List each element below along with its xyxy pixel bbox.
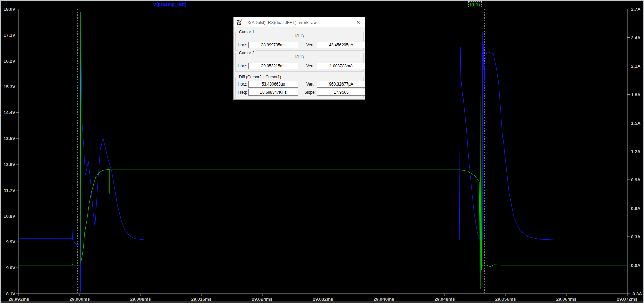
diff-group: Diff (Cursor2 - Cursor1) Horz: Vert: Fre…	[235, 77, 364, 98]
cursor2-group: Cursor 2 I(L1) Horz: Vert:	[235, 53, 364, 72]
diff-slope-field[interactable]	[317, 89, 365, 96]
diff-freq-label: Freq:	[238, 90, 247, 95]
window-bottom-edge	[1, 301, 644, 303]
left-axis-label[interactable]: 9.9V	[6, 239, 15, 244]
diff-slope-label: Slope:	[304, 90, 316, 95]
left-axis-label[interactable]: 16.2V	[4, 59, 15, 64]
left-axis-label[interactable]: 11.7V	[4, 188, 15, 193]
diff-vert-field[interactable]	[317, 81, 365, 88]
right-axis-label[interactable]: 0.9A	[631, 177, 641, 182]
left-axis-label[interactable]: 18.0V	[4, 7, 15, 12]
left-axis-label[interactable]: 8.1V	[6, 291, 15, 296]
cursor2-vert-field[interactable]	[317, 63, 365, 69]
left-axis-label[interactable]: 10.8V	[4, 214, 15, 219]
right-axis-label[interactable]: 0.0A	[631, 263, 641, 268]
cursor2-signal: I(L1)	[236, 55, 363, 59]
left-axis-label[interactable]: 15.3V	[4, 84, 15, 89]
right-axis-label[interactable]: 1.5A	[631, 121, 641, 126]
diff-freq-field[interactable]	[248, 89, 298, 96]
diff-horz-field[interactable]	[248, 81, 298, 88]
cursor2-horz-field[interactable]	[248, 63, 298, 69]
left-axis-label[interactable]: 12.6V	[4, 162, 15, 167]
right-axis-label[interactable]: 1.8A	[631, 92, 641, 97]
right-axis-label[interactable]: 0.6A	[631, 206, 641, 211]
right-axis-label[interactable]: 2.1A	[631, 64, 641, 69]
cursor1-vert-field[interactable]	[317, 42, 365, 48]
right-axis-label[interactable]: 1.2A	[631, 149, 641, 154]
cursor1-vert-label: Vert:	[306, 43, 315, 47]
diff-group-label: Diff (Cursor2 - Cursor1)	[238, 75, 282, 79]
trace-label-v-preamp-out[interactable]: V(preamp_out)	[153, 1, 187, 7]
diff-horz-label: Horz:	[238, 82, 247, 87]
cursor1-horz-field[interactable]	[248, 42, 298, 48]
left-axis-label[interactable]: 13.5V	[4, 136, 15, 141]
right-axis-label[interactable]: 0.3A	[631, 234, 641, 239]
right-axis-label[interactable]: 2.7A	[631, 7, 641, 12]
cursor2-horz-label: Horz:	[238, 64, 247, 68]
right-axis-label[interactable]: -0.3A	[631, 291, 642, 296]
cursor-dialog-title: TX(ADuM)_RX(dual JFET)_work.raw	[245, 20, 317, 25]
left-axis-label[interactable]: 14.4V	[4, 110, 15, 115]
diff-vert-label: Vert:	[306, 82, 315, 87]
trace-label-i-l1[interactable]: I(L1)	[468, 1, 482, 8]
cursor1-group: Cursor 1 I(L1) Horz: Vert:	[235, 32, 364, 51]
ltspice-waveform-window: 18.0V17.1V16.2V15.3V14.4V13.5V12.6V11.7V…	[0, 0, 644, 303]
cursor-dialog-titlebar[interactable]: TX(ADuM)_RX(dual JFET)_work.raw ✕	[234, 17, 365, 27]
right-axis-label[interactable]: 2.4A	[631, 35, 641, 40]
cursor1-horz-label: Horz:	[238, 43, 247, 47]
left-axis-label[interactable]: 17.1V	[4, 33, 15, 38]
cursor-dialog: TX(ADuM)_RX(dual JFET)_work.raw ✕ Cursor…	[233, 17, 365, 100]
cursor2-vert-label: Vert:	[306, 64, 315, 68]
left-axis-label[interactable]: 9.0V	[6, 265, 15, 270]
close-icon[interactable]: ✕	[353, 17, 363, 27]
cursor1-signal: I(L1)	[236, 34, 363, 38]
ltspice-logo-icon	[236, 19, 242, 25]
